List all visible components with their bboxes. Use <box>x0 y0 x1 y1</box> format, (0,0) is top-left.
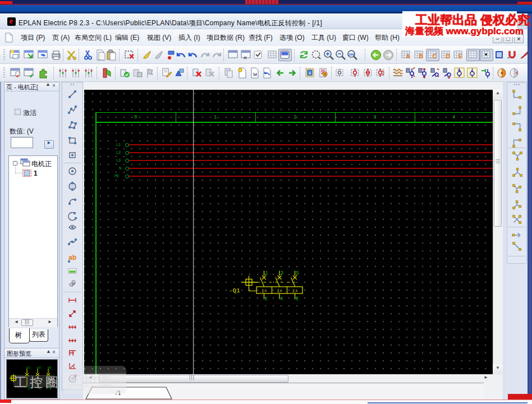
svg-text:6: 6 <box>296 296 299 302</box>
svg-text:A: A <box>406 53 410 59</box>
svg-text:ab: ab <box>68 254 76 261</box>
svg-text:I>: I> <box>292 288 298 293</box>
svg-text:5: 5 <box>49 366 52 369</box>
svg-text:I>: I> <box>277 288 282 293</box>
svg-text:3: 3 <box>281 270 283 276</box>
svg-text:4: 4 <box>309 71 311 75</box>
svg-text:4: 4 <box>280 296 283 302</box>
svg-text:100: 100 <box>348 53 355 56</box>
svg-text:C: C <box>432 53 436 59</box>
svg-text:-Q1: -Q1 <box>229 287 240 294</box>
svg-text:B: B <box>419 53 423 59</box>
svg-text:D: D <box>446 53 450 59</box>
svg-text:2: 2 <box>265 296 268 302</box>
svg-text:I>: I> <box>262 288 267 293</box>
svg-text:E: E <box>458 53 462 59</box>
svg-text:1: 1 <box>28 366 30 369</box>
svg-text:1: 1 <box>265 270 268 276</box>
svg-text:5: 5 <box>296 270 299 276</box>
svg-text:3: 3 <box>39 366 41 369</box>
